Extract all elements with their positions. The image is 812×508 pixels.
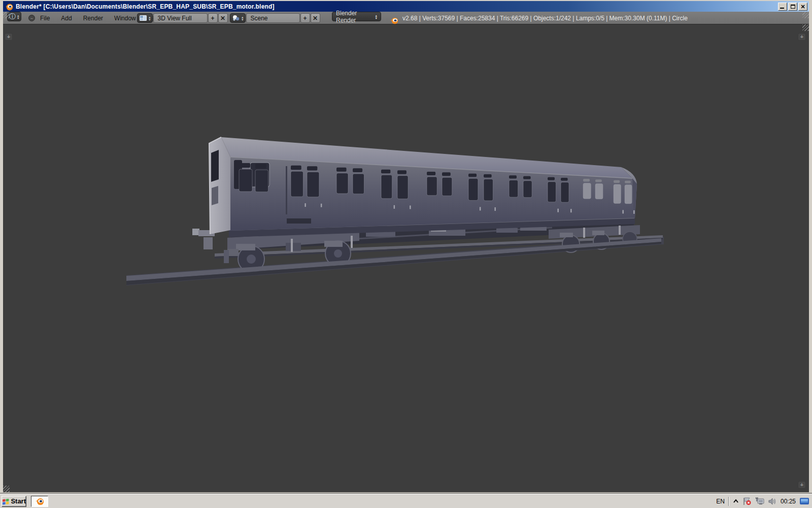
windows-flag-icon — [2, 498, 9, 505]
network-icon[interactable] — [755, 497, 765, 505]
spinner-arrows-icon: ▴▾ — [242, 16, 244, 21]
3d-viewport[interactable]: + + + — [3, 24, 809, 492]
spinner-arrows-icon: ▴▾ — [17, 14, 19, 19]
volume-icon[interactable] — [768, 497, 777, 505]
menu-render[interactable]: Render — [78, 12, 109, 24]
maximize-button[interactable] — [788, 3, 797, 11]
delete-scene-button[interactable]: ✕ — [311, 13, 320, 23]
screen-layout-block: ▴▾ 3D View Full + ✕ — [137, 12, 228, 24]
scene-block: ▴▾ Scene + ✕ — [230, 12, 320, 24]
scene-statistics: v2.68 | Verts:37569 | Faces:25834 | Tris… — [402, 12, 688, 24]
add-scene-button[interactable]: + — [300, 13, 310, 23]
area-corner-widget[interactable] — [3, 12, 10, 18]
spinner-arrows-icon: ▴▾ — [375, 14, 377, 19]
render-engine-dropdown[interactable]: Blender Render ▴▾ — [332, 12, 381, 21]
menu-add[interactable]: Add — [55, 12, 77, 24]
minimize-button[interactable] — [778, 3, 787, 11]
add-layout-button[interactable]: + — [208, 13, 218, 23]
close-icon: ✕ — [800, 4, 805, 10]
info-header: ⓘ ▴▾ − File Add Render Window Help ▴▾ 3D… — [3, 12, 809, 24]
delete-layout-button[interactable]: ✕ — [218, 13, 228, 23]
titlebar[interactable]: Blender* [C:\Users\Dan\Documents\Blender… — [3, 1, 809, 12]
screen-layout-selector[interactable]: ▴▾ — [137, 13, 153, 23]
render-engine-label: Blender Render — [336, 10, 374, 24]
scene-selector[interactable]: ▴▾ — [230, 13, 246, 23]
train-model-render — [3, 24, 809, 492]
tray-divider — [728, 497, 729, 506]
minimize-icon — [780, 8, 784, 9]
spinner-arrows-icon: ▴▾ — [149, 16, 151, 21]
header-expand-button[interactable]: + — [798, 481, 806, 489]
taskbar: Start EN — [0, 494, 812, 508]
blender-logo-icon — [5, 3, 13, 11]
start-button[interactable]: Start — [2, 496, 26, 507]
toolshelf-expand-button[interactable]: + — [5, 33, 13, 41]
area-corner-widget[interactable] — [802, 12, 809, 18]
menu-file[interactable]: File — [35, 12, 55, 24]
scene-icon — [232, 15, 240, 21]
system-tray: EN 00:25 — [716, 494, 812, 508]
blender-window: Blender* [C:\Users\Dan\Documents\Blender… — [0, 0, 812, 494]
display-settings-icon[interactable] — [799, 497, 809, 505]
maximize-icon — [791, 5, 795, 9]
clock[interactable]: 00:25 — [781, 498, 796, 505]
close-button[interactable]: ✕ — [798, 3, 807, 11]
screen-layout-icon — [139, 15, 147, 21]
scene-name-field[interactable]: Scene — [246, 13, 300, 23]
properties-expand-button[interactable]: + — [798, 33, 806, 41]
taskbar-blender-button[interactable] — [31, 496, 48, 507]
window-title: Blender* [C:\Users\Dan\Documents\Blender… — [16, 3, 275, 10]
area-corner-widget[interactable] — [802, 24, 809, 31]
blender-logo-icon — [35, 497, 44, 505]
area-corner-widget[interactable] — [3, 486, 10, 492]
train-coach — [192, 137, 640, 272]
info-editor-icon: ⓘ — [9, 13, 16, 20]
screen-layout-name-field[interactable]: 3D View Full — [153, 13, 208, 23]
security-alert-flag-icon[interactable] — [742, 497, 752, 505]
language-indicator[interactable]: EN — [716, 498, 725, 505]
hide-icons-chevron-icon[interactable] — [733, 498, 739, 504]
start-label: Start — [11, 497, 26, 505]
